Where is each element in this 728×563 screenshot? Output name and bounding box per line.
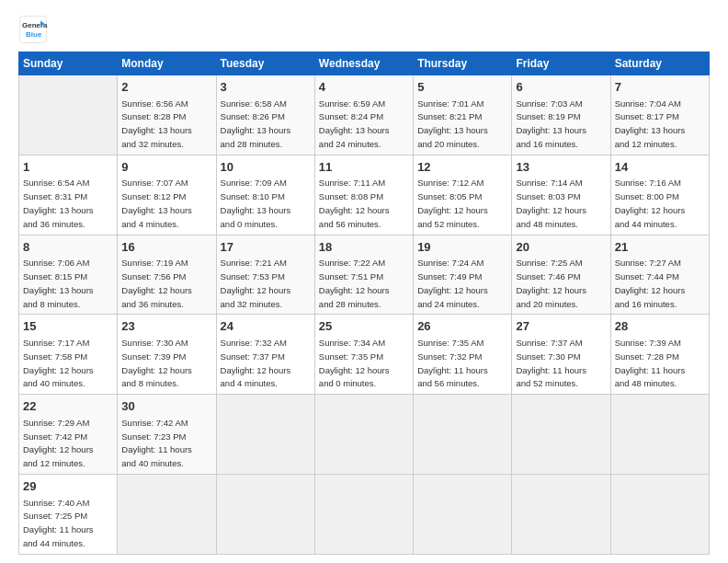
day-number: 13 [516, 159, 606, 176]
day-cell: 7Sunrise: 7:04 AM Sunset: 8:17 PM Daylig… [610, 75, 709, 155]
day-number: 28 [615, 318, 705, 335]
day-cell: 30Sunrise: 7:42 AM Sunset: 7:23 PM Dayli… [118, 395, 216, 475]
day-cell [216, 474, 314, 554]
day-info: Sunrise: 6:54 AM Sunset: 8:31 PM Dayligh… [23, 178, 94, 228]
day-number: 5 [417, 79, 507, 96]
day-cell: 15Sunrise: 7:17 AM Sunset: 7:58 PM Dayli… [19, 315, 118, 395]
day-cell: 19Sunrise: 7:24 AM Sunset: 7:49 PM Dayli… [414, 235, 512, 315]
day-cell: 22Sunrise: 7:29 AM Sunset: 7:42 PM Dayli… [19, 395, 118, 475]
day-cell [512, 474, 610, 554]
week-row-3: 15Sunrise: 7:17 AM Sunset: 7:58 PM Dayli… [19, 315, 710, 395]
day-number: 3 [221, 79, 311, 96]
day-number: 20 [516, 239, 606, 256]
col-header-monday: Monday [118, 52, 216, 75]
col-header-friday: Friday [512, 52, 610, 75]
week-row-1: 1Sunrise: 6:54 AM Sunset: 8:31 PM Daylig… [19, 155, 710, 235]
day-cell: 8Sunrise: 7:06 AM Sunset: 8:15 PM Daylig… [19, 235, 118, 315]
day-cell: 17Sunrise: 7:21 AM Sunset: 7:53 PM Dayli… [216, 235, 314, 315]
day-number: 23 [121, 318, 211, 335]
day-info: Sunrise: 7:17 AM Sunset: 7:58 PM Dayligh… [23, 338, 94, 388]
day-cell: 23Sunrise: 7:30 AM Sunset: 7:39 PM Dayli… [118, 315, 216, 395]
day-info: Sunrise: 7:40 AM Sunset: 7:25 PM Dayligh… [23, 498, 94, 548]
day-cell: 20Sunrise: 7:25 AM Sunset: 7:46 PM Dayli… [512, 235, 610, 315]
day-info: Sunrise: 7:12 AM Sunset: 8:05 PM Dayligh… [417, 178, 488, 228]
calendar-table: SundayMondayTuesdayWednesdayThursdayFrid… [18, 52, 710, 555]
week-row-0: 2Sunrise: 6:56 AM Sunset: 8:28 PM Daylig… [19, 75, 710, 155]
day-number: 14 [615, 159, 705, 176]
day-cell [610, 395, 709, 475]
day-number: 10 [221, 159, 311, 176]
day-info: Sunrise: 7:27 AM Sunset: 7:44 PM Dayligh… [615, 258, 686, 308]
day-number: 30 [121, 398, 211, 415]
day-cell [216, 395, 314, 475]
day-info: Sunrise: 7:11 AM Sunset: 8:08 PM Dayligh… [319, 178, 390, 228]
day-number: 11 [319, 159, 409, 176]
day-number: 24 [221, 318, 311, 335]
day-info: Sunrise: 7:39 AM Sunset: 7:28 PM Dayligh… [615, 338, 686, 388]
day-cell: 18Sunrise: 7:22 AM Sunset: 7:51 PM Dayli… [314, 235, 413, 315]
day-info: Sunrise: 7:09 AM Sunset: 8:10 PM Dayligh… [221, 178, 291, 228]
day-number: 12 [417, 159, 507, 176]
day-cell: 28Sunrise: 7:39 AM Sunset: 7:28 PM Dayli… [610, 315, 709, 395]
day-number: 22 [23, 398, 113, 415]
day-info: Sunrise: 6:58 AM Sunset: 8:26 PM Dayligh… [221, 98, 291, 149]
day-info: Sunrise: 7:22 AM Sunset: 7:51 PM Dayligh… [319, 258, 390, 308]
day-cell: 1Sunrise: 6:54 AM Sunset: 8:31 PM Daylig… [19, 155, 118, 235]
logo-icon: General Blue [18, 15, 48, 44]
day-number: 15 [23, 318, 113, 335]
day-number: 6 [516, 79, 606, 96]
day-number: 4 [319, 79, 409, 96]
day-cell: 12Sunrise: 7:12 AM Sunset: 8:05 PM Dayli… [414, 155, 512, 235]
day-cell [610, 474, 709, 554]
day-info: Sunrise: 7:03 AM Sunset: 8:19 PM Dayligh… [516, 98, 586, 149]
day-cell: 5Sunrise: 7:01 AM Sunset: 8:21 PM Daylig… [414, 75, 512, 155]
day-info: Sunrise: 7:14 AM Sunset: 8:03 PM Dayligh… [516, 178, 586, 228]
day-info: Sunrise: 7:04 AM Sunset: 8:17 PM Dayligh… [615, 98, 686, 149]
svg-text:General: General [22, 21, 48, 29]
day-cell: 14Sunrise: 7:16 AM Sunset: 8:00 PM Dayli… [610, 155, 709, 235]
header-row: SundayMondayTuesdayWednesdayThursdayFrid… [19, 52, 710, 75]
col-header-sunday: Sunday [19, 52, 118, 75]
day-cell: 16Sunrise: 7:19 AM Sunset: 7:56 PM Dayli… [118, 235, 216, 315]
day-info: Sunrise: 7:30 AM Sunset: 7:39 PM Dayligh… [121, 338, 192, 388]
svg-text:Blue: Blue [26, 30, 42, 39]
day-info: Sunrise: 7:34 AM Sunset: 7:35 PM Dayligh… [319, 338, 390, 388]
col-header-tuesday: Tuesday [216, 52, 314, 75]
day-cell: 2Sunrise: 6:56 AM Sunset: 8:28 PM Daylig… [118, 75, 216, 155]
week-row-5: 29Sunrise: 7:40 AM Sunset: 7:25 PM Dayli… [19, 474, 710, 554]
day-info: Sunrise: 7:35 AM Sunset: 7:32 PM Dayligh… [417, 338, 488, 388]
day-number: 16 [121, 239, 211, 256]
day-info: Sunrise: 7:32 AM Sunset: 7:37 PM Dayligh… [221, 338, 291, 388]
day-cell [19, 75, 118, 155]
col-header-saturday: Saturday [610, 52, 709, 75]
day-cell: 29Sunrise: 7:40 AM Sunset: 7:25 PM Dayli… [19, 474, 118, 554]
day-number: 8 [23, 239, 113, 256]
day-number: 17 [221, 239, 311, 256]
day-cell: 6Sunrise: 7:03 AM Sunset: 8:19 PM Daylig… [512, 75, 610, 155]
day-info: Sunrise: 7:16 AM Sunset: 8:00 PM Dayligh… [615, 178, 686, 228]
day-info: Sunrise: 7:25 AM Sunset: 7:46 PM Dayligh… [516, 258, 586, 308]
week-row-4: 22Sunrise: 7:29 AM Sunset: 7:42 PM Dayli… [19, 395, 710, 475]
day-number: 1 [23, 159, 113, 176]
day-cell: 3Sunrise: 6:58 AM Sunset: 8:26 PM Daylig… [216, 75, 314, 155]
day-cell [118, 474, 216, 554]
day-info: Sunrise: 7:37 AM Sunset: 7:30 PM Dayligh… [516, 338, 586, 388]
day-number: 19 [417, 239, 507, 256]
day-cell: 26Sunrise: 7:35 AM Sunset: 7:32 PM Dayli… [414, 315, 512, 395]
col-header-wednesday: Wednesday [314, 52, 413, 75]
day-info: Sunrise: 7:07 AM Sunset: 8:12 PM Dayligh… [121, 178, 192, 228]
day-number: 21 [615, 239, 705, 256]
day-info: Sunrise: 7:21 AM Sunset: 7:53 PM Dayligh… [221, 258, 291, 308]
day-info: Sunrise: 7:24 AM Sunset: 7:49 PM Dayligh… [417, 258, 488, 308]
day-cell: 13Sunrise: 7:14 AM Sunset: 8:03 PM Dayli… [512, 155, 610, 235]
day-cell: 24Sunrise: 7:32 AM Sunset: 7:37 PM Dayli… [216, 315, 314, 395]
day-cell: 10Sunrise: 7:09 AM Sunset: 8:10 PM Dayli… [216, 155, 314, 235]
day-cell [414, 395, 512, 475]
day-info: Sunrise: 6:56 AM Sunset: 8:28 PM Dayligh… [121, 98, 192, 149]
day-info: Sunrise: 7:19 AM Sunset: 7:56 PM Dayligh… [121, 258, 192, 308]
day-number: 9 [121, 159, 211, 176]
day-cell: 4Sunrise: 6:59 AM Sunset: 8:24 PM Daylig… [314, 75, 413, 155]
day-cell [512, 395, 610, 475]
day-cell: 27Sunrise: 7:37 AM Sunset: 7:30 PM Dayli… [512, 315, 610, 395]
day-number: 2 [121, 79, 211, 96]
